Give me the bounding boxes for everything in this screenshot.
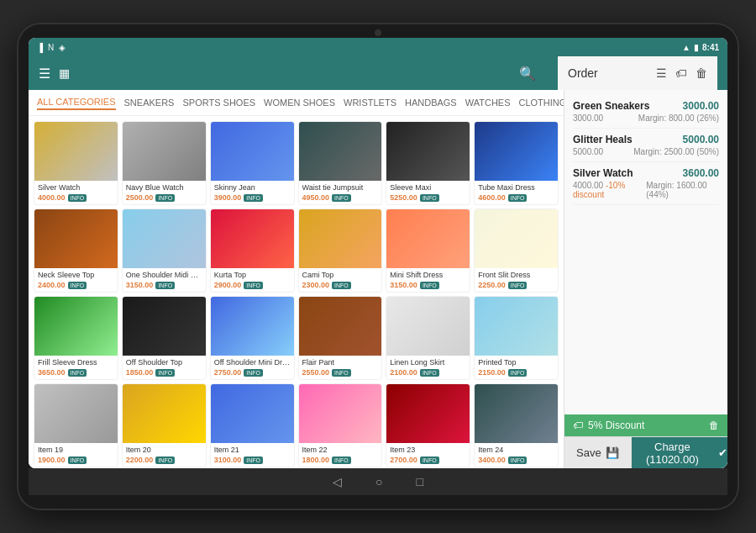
info-badge[interactable]: INFO bbox=[68, 282, 87, 289]
product-image bbox=[299, 209, 382, 268]
info-badge[interactable]: INFO bbox=[155, 456, 175, 464]
product-price-row: 2250.00 INFO bbox=[478, 281, 554, 289]
product-image bbox=[211, 297, 294, 356]
info-badge[interactable]: INFO bbox=[420, 456, 439, 464]
product-card[interactable]: Skinny Jean 3900.00 INFO bbox=[210, 121, 295, 205]
product-name: Kurta Top bbox=[214, 271, 291, 279]
products-panel[interactable]: ALL CATEGORIES SNEAKERS SPORTS SHOES WOM… bbox=[29, 90, 564, 468]
product-price: 3150.00 bbox=[126, 281, 154, 289]
info-badge[interactable]: INFO bbox=[332, 369, 351, 377]
product-card[interactable]: Mini Shift Dress 3150.00 INFO bbox=[386, 208, 470, 293]
home-button[interactable]: ○ bbox=[375, 475, 382, 488]
charge-button[interactable]: Charge (11020.00) ✔ bbox=[632, 437, 727, 468]
info-badge[interactable]: INFO bbox=[155, 369, 175, 377]
product-card[interactable]: Kurta Top 2900.00 INFO bbox=[210, 208, 295, 293]
product-price: 4950.00 bbox=[302, 193, 330, 202]
recent-button[interactable]: □ bbox=[417, 475, 423, 488]
info-badge[interactable]: INFO bbox=[508, 369, 528, 377]
product-card[interactable]: Front Slit Dress 2250.00 INFO bbox=[474, 208, 559, 293]
info-badge[interactable]: INFO bbox=[68, 194, 87, 202]
product-info: Sleeve Maxi 5250.00 INFO bbox=[386, 181, 470, 204]
filter-icon[interactable]: ☰ bbox=[656, 66, 667, 80]
product-card[interactable]: Off Shoulder Top 1850.00 INFO bbox=[122, 296, 207, 380]
cat-sports-shoes[interactable]: SPORTS SHOES bbox=[182, 96, 255, 109]
product-card[interactable]: Navy Blue Watch 2500.00 INFO bbox=[122, 121, 207, 205]
product-info: Navy Blue Watch 2500.00 INFO bbox=[123, 181, 206, 204]
barcode-icon[interactable]: ▦ bbox=[59, 66, 70, 80]
info-badge[interactable]: INFO bbox=[332, 282, 351, 289]
order-item-sub-price: 5000.00 bbox=[573, 147, 603, 156]
info-badge[interactable]: INFO bbox=[420, 194, 439, 202]
product-card[interactable]: Tube Maxi Dress 4600.00 INFO bbox=[474, 121, 559, 205]
cat-sneakers[interactable]: SNEAKERS bbox=[124, 96, 175, 109]
product-info: Waist tie Jumpsuit 4950.00 INFO bbox=[299, 181, 382, 204]
tag-icon[interactable]: 🏷 bbox=[675, 66, 687, 80]
order-item[interactable]: Green Sneakers 3000.00 3000.00 Margin: 8… bbox=[573, 95, 719, 129]
info-badge[interactable]: INFO bbox=[244, 456, 263, 464]
info-badge[interactable]: INFO bbox=[420, 369, 439, 377]
product-card[interactable]: Item 21 3100.00 INFO bbox=[210, 383, 295, 467]
product-name: Skinny Jean bbox=[214, 183, 291, 192]
product-card[interactable]: Frill Sleeve Dress 3650.00 INFO bbox=[34, 296, 118, 380]
product-price: 2150.00 bbox=[478, 368, 506, 377]
order-item-name: Silver Watch bbox=[573, 167, 633, 179]
product-image bbox=[475, 384, 558, 443]
product-price: 2100.00 bbox=[390, 368, 417, 377]
order-item-margin: Margin: 800.00 (26%) bbox=[638, 113, 719, 123]
product-card[interactable]: Flair Pant 2550.00 INFO bbox=[298, 296, 383, 380]
product-image bbox=[123, 297, 206, 356]
order-item[interactable]: Glitter Heals 5000.00 5000.00 Margin: 25… bbox=[573, 129, 719, 162]
info-badge[interactable]: INFO bbox=[332, 194, 351, 202]
order-item-bottom: 3000.00 Margin: 800.00 (26%) bbox=[573, 113, 719, 123]
product-price: 3650.00 bbox=[38, 368, 66, 377]
info-badge[interactable]: INFO bbox=[68, 456, 87, 464]
info-badge[interactable]: INFO bbox=[332, 456, 351, 464]
cat-clothing[interactable]: CLOTHING bbox=[519, 96, 564, 109]
info-badge[interactable]: INFO bbox=[508, 282, 528, 289]
info-badge[interactable]: INFO bbox=[508, 456, 528, 464]
info-badge[interactable]: INFO bbox=[155, 194, 175, 202]
info-badge[interactable]: INFO bbox=[420, 282, 439, 289]
save-button[interactable]: Save 💾 bbox=[564, 437, 632, 468]
cat-women-shoes[interactable]: WOMEN SHOES bbox=[264, 96, 335, 109]
product-card[interactable]: Item 22 1800.00 INFO bbox=[298, 383, 383, 467]
product-card[interactable]: Silver Watch 4000.00 INFO bbox=[34, 121, 118, 205]
back-button[interactable]: ◁ bbox=[333, 475, 342, 488]
order-item[interactable]: Silver Watch 3600.00 4000.00 -10% discou… bbox=[573, 162, 719, 205]
product-card[interactable]: Sleeve Maxi 5250.00 INFO bbox=[386, 121, 470, 205]
delete-icon[interactable]: 🗑 bbox=[696, 66, 707, 80]
cat-handbags[interactable]: HANDBAGS bbox=[405, 96, 457, 109]
cat-all-categories[interactable]: ALL CATEGORIES bbox=[37, 95, 116, 110]
product-card[interactable]: Off Shoulder Mini Dress 2750.00 INFO bbox=[210, 296, 295, 380]
product-image bbox=[299, 384, 382, 443]
product-price-row: 2100.00 INFO bbox=[390, 368, 466, 377]
info-badge[interactable]: INFO bbox=[244, 282, 263, 289]
product-price: 2200.00 bbox=[126, 456, 154, 464]
product-card[interactable]: Linen Long Skirt 2100.00 INFO bbox=[386, 296, 470, 380]
product-info: Front Slit Dress 2250.00 INFO bbox=[475, 268, 558, 292]
info-badge[interactable]: INFO bbox=[244, 369, 263, 377]
hamburger-menu[interactable]: ☰ bbox=[39, 66, 50, 82]
header-search-icon[interactable]: 🔍 bbox=[519, 66, 536, 82]
tablet-screen: ▐ N ◈ ▲ ▮ 8:41 ☰ ▦ 🔍 Order ☰ bbox=[29, 38, 727, 468]
product-card[interactable]: Neck Sleeve Top 2400.00 INFO bbox=[34, 208, 118, 293]
product-card[interactable]: Item 23 2700.00 INFO bbox=[386, 383, 470, 467]
product-price: 2300.00 bbox=[302, 281, 330, 289]
product-price-row: 3100.00 INFO bbox=[214, 456, 291, 464]
product-card[interactable]: Item 20 2200.00 INFO bbox=[122, 383, 207, 467]
discount-delete-icon[interactable]: 🗑 bbox=[709, 420, 719, 431]
cat-wristlets[interactable]: WRISTLETS bbox=[344, 96, 396, 109]
product-card[interactable]: Waist tie Jumpsuit 4950.00 INFO bbox=[298, 121, 383, 205]
order-item-sub-price: 4000.00 -10% discount bbox=[573, 181, 646, 199]
product-card[interactable]: Printed Top 2150.00 INFO bbox=[474, 296, 559, 380]
product-info: Item 21 3100.00 INFO bbox=[211, 443, 294, 467]
info-badge[interactable]: INFO bbox=[68, 369, 87, 377]
info-badge[interactable]: INFO bbox=[244, 194, 263, 202]
product-card[interactable]: Cami Top 2300.00 INFO bbox=[298, 208, 383, 293]
product-card[interactable]: One Shoulder Midi Dress 3150.00 INFO bbox=[122, 208, 207, 293]
product-card[interactable]: Item 24 3400.00 INFO bbox=[474, 383, 559, 467]
info-badge[interactable]: INFO bbox=[155, 282, 175, 289]
cat-watches[interactable]: WATCHES bbox=[465, 96, 511, 109]
info-badge[interactable]: INFO bbox=[508, 194, 528, 202]
product-card[interactable]: Item 19 1900.00 INFO bbox=[34, 383, 118, 467]
